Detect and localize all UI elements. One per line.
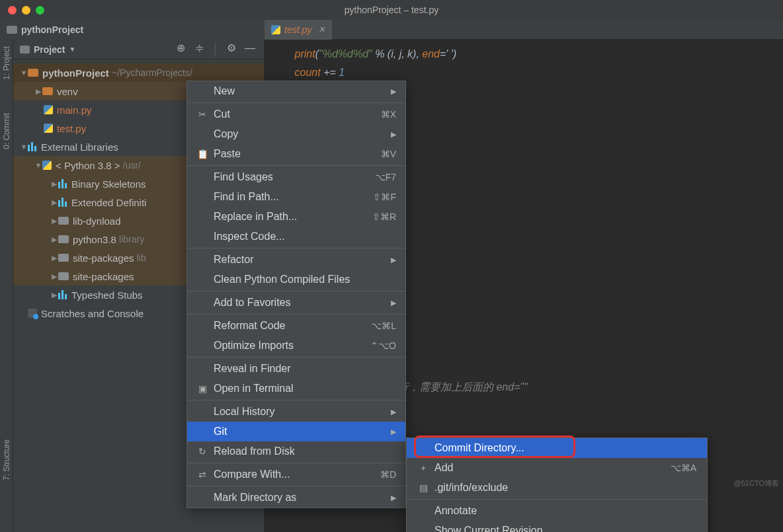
menu-item[interactable]: Copy▶ [187, 124, 405, 144]
close-icon[interactable]: ✕ [318, 20, 325, 39]
submenu-item[interactable]: +Add⌥⌘A [407, 458, 707, 478]
menu-item[interactable]: Inspect Code... [187, 227, 405, 247]
git-submenu[interactable]: Commit Directory...+Add⌥⌘A▤.git/info/exc… [406, 437, 708, 532]
menu-item[interactable]: Optimize Imports⌃⌥O [187, 336, 405, 356]
gear-icon[interactable]: ⚙ [226, 42, 237, 54]
library-icon [28, 142, 37, 151]
submenu-item[interactable]: Show Current Revision [407, 521, 707, 532]
menu-item[interactable]: Git▶ [187, 422, 405, 441]
sidebar-toolbar: Project ▼ ⊕ ≑ ⚙ — [13, 40, 264, 59]
project-icon [20, 46, 30, 54]
window-title: pythonProject – test.py [345, 5, 438, 15]
folder-icon [7, 26, 17, 34]
watermark: @51CTO博客 [734, 478, 779, 488]
titlebar: pythonProject – test.py [0, 0, 783, 20]
library-icon [58, 198, 67, 207]
gutter-tab-commit[interactable]: 0: Commit [2, 113, 11, 149]
minimize-window-button[interactable] [22, 6, 30, 15]
hide-icon[interactable]: — [244, 42, 256, 54]
close-window-button[interactable] [8, 6, 17, 15]
folder-icon [58, 254, 69, 262]
left-gutter: 1: Project 0: Commit 7: Structure [0, 40, 13, 532]
library-icon [58, 290, 67, 299]
menu-item[interactable]: Add to Favorites▶ [187, 293, 405, 313]
python-icon [42, 161, 52, 170]
folder-icon [42, 87, 53, 95]
submenu-item[interactable]: Annotate [407, 501, 707, 521]
submenu-item[interactable]: ▤.git/info/exclude [407, 478, 707, 498]
menu-item[interactable]: ✂Cut⌘X [187, 104, 405, 124]
menu-item[interactable]: ⇄Compare With...⌘D [187, 465, 405, 484]
python-file-icon [44, 105, 53, 114]
menu-item[interactable]: 📋Paste⌘V [187, 144, 405, 164]
tab-test-py[interactable]: test.py ✕ [265, 20, 332, 40]
library-icon [58, 179, 67, 188]
menu-item[interactable]: Reveal in Finder [187, 359, 405, 379]
python-file-icon [271, 25, 280, 34]
gutter-tab-project[interactable]: 1: Project [2, 46, 11, 80]
breadcrumb-project[interactable]: pythonProject [21, 24, 83, 35]
window-controls [8, 6, 44, 15]
menu-item[interactable]: Replace in Path...⇧⌘R [187, 207, 405, 227]
context-menu[interactable]: New▶✂Cut⌘XCopy▶📋Paste⌘VFind Usages⌥F7Fin… [186, 81, 406, 508]
menu-item[interactable]: Local History▶ [187, 402, 405, 422]
menu-item[interactable]: ▣Open in Terminal [187, 379, 405, 399]
folder-icon [58, 272, 69, 280]
folder-icon [28, 69, 38, 77]
menu-item[interactable]: Find in Path...⇧⌘F [187, 187, 405, 207]
project-view-selector[interactable]: Project ▼ [13, 44, 82, 55]
editor-tabs: test.py ✕ [265, 20, 783, 40]
locate-icon[interactable]: ⊕ [175, 42, 186, 54]
folder-icon [58, 235, 69, 243]
python-file-icon [44, 124, 53, 133]
tree-root[interactable]: ▼ pythonProject ~/PycharmProjects/ [13, 63, 264, 82]
chevron-down-icon: ▼ [69, 46, 75, 53]
menu-item[interactable]: Refactor▶ [187, 250, 405, 270]
folder-icon [58, 217, 69, 225]
submenu-item[interactable]: Commit Directory... [407, 438, 707, 458]
scratches-icon [28, 309, 37, 318]
menu-item[interactable]: Clean Python Compiled Files [187, 270, 405, 289]
menu-item[interactable]: Find Usages⌥F7 [187, 167, 405, 187]
menu-item[interactable]: ↻Reload from Disk [187, 441, 405, 461]
menu-item[interactable]: Reformat Code⌥⌘L [187, 316, 405, 336]
collapse-icon[interactable]: ≑ [193, 42, 205, 54]
gutter-tab-structure[interactable]: 7: Structure [2, 439, 11, 480]
maximize-window-button[interactable] [36, 6, 44, 15]
menu-item[interactable]: Mark Directory as▶ [187, 488, 405, 508]
menu-item[interactable]: New▶ [187, 81, 405, 101]
